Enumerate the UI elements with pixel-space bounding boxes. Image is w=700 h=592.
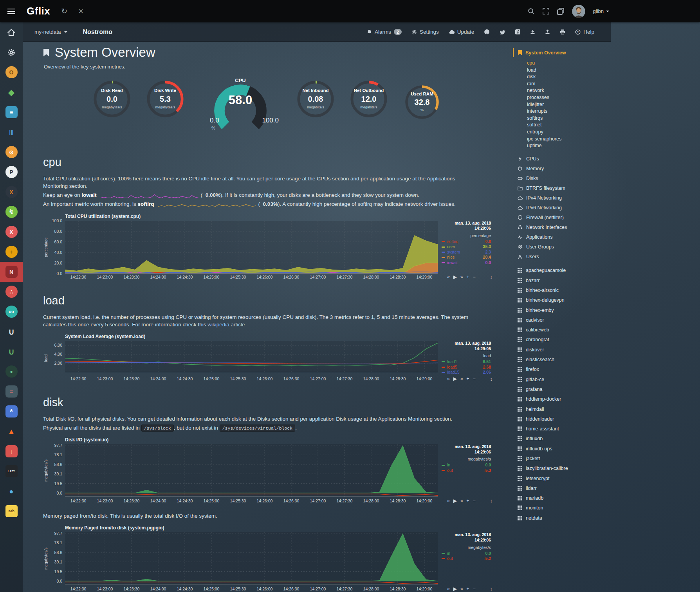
menu-item-applications[interactable]: Applications bbox=[513, 232, 611, 242]
refresh-icon[interactable]: ↻ bbox=[61, 7, 67, 15]
chart-toolbar[interactable]: «▶»+− bbox=[447, 498, 476, 504]
sidebar-app-item[interactable]: oo bbox=[0, 302, 23, 322]
menu-app-item[interactable]: netdata bbox=[513, 513, 611, 523]
menu-item-disks[interactable]: Disks bbox=[513, 174, 611, 184]
menu-item-cpus[interactable]: CPUs bbox=[513, 154, 611, 164]
gauge-disk-write[interactable]: Disk Write 5.3 megabytes/s bbox=[142, 77, 189, 137]
sidebar-app-item[interactable]: O bbox=[0, 62, 23, 82]
sidebar-app-item[interactable]: sab bbox=[0, 501, 23, 521]
sidebar-app-item[interactable]: ≡ bbox=[0, 102, 23, 122]
menu-sub-item[interactable]: disk bbox=[527, 74, 611, 81]
menu-app-item[interactable]: chronograf bbox=[513, 335, 611, 345]
export-button[interactable] bbox=[545, 29, 550, 34]
menu-item-ipv6[interactable]: IPv6 Networking bbox=[513, 203, 611, 213]
menu-sub-item[interactable]: softnet bbox=[527, 122, 611, 129]
menu-sub-item[interactable]: interrupts bbox=[527, 108, 611, 115]
gauge-net-inbound[interactable]: Net Inbound 0.08 megabits/s bbox=[292, 77, 339, 137]
menu-app-item[interactable]: binhex-emby bbox=[513, 305, 611, 315]
legend-item[interactable]: nice 20.4 bbox=[442, 255, 491, 260]
help-button[interactable]: ? Help bbox=[575, 29, 594, 35]
menu-icon[interactable] bbox=[0, 9, 23, 14]
menu-app-item[interactable]: jackett bbox=[513, 453, 611, 463]
menu-item-firewall[interactable]: Firewall (netfilter) bbox=[513, 213, 611, 223]
chart-plot-area[interactable] bbox=[65, 532, 438, 585]
chart-resize-handle[interactable]: ↕ bbox=[490, 376, 493, 382]
menu-item-users[interactable]: Users bbox=[513, 252, 611, 262]
chart-plot-area[interactable] bbox=[65, 444, 438, 497]
legend-item[interactable]: user 35.3 bbox=[442, 244, 491, 250]
user-menu[interactable]: gilbn bbox=[593, 8, 609, 14]
menu-app-item[interactable]: calibreweb bbox=[513, 325, 611, 335]
sidebar-app-item[interactable]: ∪ bbox=[0, 322, 23, 342]
close-icon[interactable]: × bbox=[78, 7, 83, 16]
sidebar-app-item[interactable]: ◆ bbox=[0, 82, 23, 102]
chart-plot-area[interactable] bbox=[65, 221, 438, 274]
chart-toolbar[interactable]: «▶»+− bbox=[447, 586, 476, 592]
chart-resize-handle[interactable]: ↕ bbox=[490, 498, 493, 504]
menu-app-item[interactable]: bazarr bbox=[513, 275, 611, 285]
menu-item-system-overview[interactable]: System Overview bbox=[513, 48, 611, 57]
menu-sub-item[interactable]: entropy bbox=[527, 129, 611, 136]
menu-app-item[interactable]: binhex-airsonic bbox=[513, 285, 611, 295]
import-button[interactable] bbox=[530, 29, 535, 34]
menu-app-item[interactable]: diskover bbox=[513, 345, 611, 354]
search-icon[interactable] bbox=[528, 8, 535, 15]
menu-sub-item[interactable]: softirqs bbox=[527, 115, 611, 122]
legend-item[interactable]: in 0.0 bbox=[442, 551, 491, 556]
sidebar-app-item[interactable]: X bbox=[0, 222, 23, 242]
menu-app-item[interactable]: elasticsearch bbox=[513, 354, 611, 364]
sidebar-app-item[interactable]: N bbox=[0, 262, 23, 282]
menu-sub-item[interactable]: load bbox=[527, 67, 611, 74]
menu-sub-item[interactable]: network bbox=[527, 87, 611, 94]
sidebar-app-item[interactable]: P bbox=[0, 162, 23, 182]
menu-sub-item[interactable]: ram bbox=[527, 81, 611, 88]
legend-item[interactable]: load15 2.06 bbox=[442, 370, 491, 375]
menu-app-item[interactable]: monitorr bbox=[513, 503, 611, 513]
chart-toolbar[interactable]: «▶»+− bbox=[447, 376, 476, 381]
chart-resize-handle[interactable]: ↕ bbox=[490, 274, 493, 280]
menu-sub-item[interactable]: idlejitter bbox=[527, 101, 611, 108]
menu-app-item[interactable]: hddtemp-docker bbox=[513, 394, 611, 404]
menu-app-item[interactable]: cadvisor bbox=[513, 315, 611, 325]
sidebar-app-item[interactable]: X bbox=[0, 182, 23, 202]
menu-app-item[interactable]: home-assistant bbox=[513, 424, 611, 434]
legend-item[interactable]: out -5.3 bbox=[442, 468, 491, 473]
sidebar-app-item[interactable]: LAZY bbox=[0, 461, 23, 481]
settings-button[interactable]: Settings bbox=[411, 29, 439, 35]
legend-item[interactable]: system 2.3 bbox=[442, 250, 491, 255]
menu-app-item[interactable]: grafana bbox=[513, 384, 611, 394]
chart-plot-area[interactable] bbox=[65, 341, 438, 375]
menu-app-item[interactable]: influxdb bbox=[513, 434, 611, 444]
menu-app-item[interactable]: influxdb-ups bbox=[513, 444, 611, 453]
wikipedia-link[interactable]: wikipedia article bbox=[207, 322, 245, 327]
legend-item[interactable]: iowait 0.0 bbox=[442, 260, 491, 266]
sidebar-app-item[interactable]: ⊙ bbox=[0, 142, 23, 162]
legend-item[interactable]: load1 6.51 bbox=[442, 359, 491, 365]
menu-app-item[interactable]: gitlab-ce bbox=[513, 374, 611, 384]
github-button[interactable] bbox=[484, 29, 490, 35]
menu-sub-item[interactable]: processes bbox=[527, 94, 611, 101]
menu-app-item[interactable]: firefox bbox=[513, 365, 611, 374]
legend-item[interactable]: out -5.2 bbox=[442, 556, 491, 561]
gauge-used-ram[interactable]: Used RAM 32.8 % bbox=[399, 82, 446, 142]
sidebar-app-item[interactable]: * bbox=[0, 401, 23, 421]
menu-app-item[interactable]: binhex-delugevpn bbox=[513, 295, 611, 305]
menu-sub-item[interactable]: uptime bbox=[527, 142, 611, 149]
avatar[interactable] bbox=[572, 5, 585, 18]
menu-item-ipv4[interactable]: IPv4 Networking bbox=[513, 193, 611, 203]
menu-app-item[interactable]: letsencrypt bbox=[513, 473, 611, 483]
facebook-button[interactable] bbox=[515, 29, 520, 34]
legend-item[interactable]: load5 2.68 bbox=[442, 365, 491, 370]
menu-app-item[interactable]: hiddenloader bbox=[513, 414, 611, 424]
sidebar-app-item[interactable]: ● bbox=[0, 362, 23, 381]
menu-item-network-interfaces[interactable]: Network Interfaces bbox=[513, 223, 611, 232]
server-dropdown[interactable]: my-netdata bbox=[34, 29, 67, 35]
twitter-button[interactable] bbox=[500, 30, 505, 34]
alarms-button[interactable]: Alarms 2 bbox=[367, 29, 402, 35]
menu-sub-item[interactable]: ipc semaphores bbox=[527, 136, 611, 143]
print-button[interactable] bbox=[560, 29, 565, 34]
sidebar-app-item[interactable]: ↓ bbox=[0, 441, 23, 461]
sidebar-app-item[interactable]: ▲ bbox=[0, 421, 23, 441]
sidebar-app-item[interactable]: ↯ bbox=[0, 202, 23, 222]
menu-item-user-groups[interactable]: User Groups bbox=[513, 242, 611, 252]
